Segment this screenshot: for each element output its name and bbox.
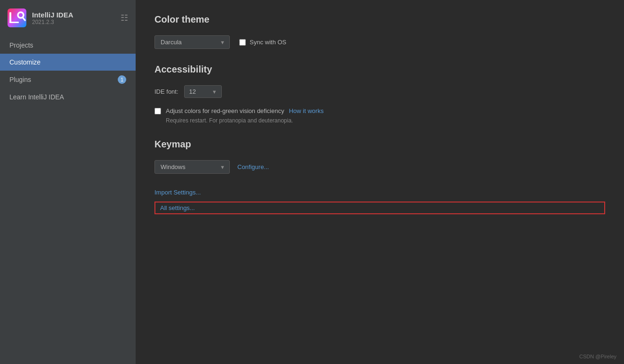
sync-with-os-checkbox[interactable] <box>239 39 246 46</box>
accessibility-section: Accessibility IDE font: 10 11 12 13 14 1… <box>154 64 605 124</box>
sidebar-item-label-plugins: Plugins <box>9 76 31 83</box>
keymap-dropdown[interactable]: Windows macOS Linux Default for GNOME <box>154 160 230 174</box>
svg-rect-2 <box>9 12 11 23</box>
sidebar-item-label-projects: Projects <box>9 41 33 49</box>
main-content: Color theme Darcula IntelliJ Light High … <box>136 0 624 364</box>
import-settings-link[interactable]: Import Settings... <box>154 189 605 196</box>
ide-font-label: IDE font: <box>154 88 178 95</box>
sync-with-os-row: Sync with OS <box>239 39 286 46</box>
sidebar-item-plugins[interactable]: Plugins 1 <box>0 71 136 89</box>
sync-with-os-label: Sync with OS <box>250 39 286 46</box>
keymap-dropdown-wrapper: Windows macOS Linux Default for GNOME ▼ <box>154 160 230 174</box>
sidebar-item-learn[interactable]: Learn IntelliJ IDEA <box>0 89 136 105</box>
color-theme-row: Darcula IntelliJ Light High contrast ▼ S… <box>154 35 605 49</box>
ide-font-row: IDE font: 10 11 12 13 14 16 18 ▼ <box>154 85 605 98</box>
ide-font-dropdown[interactable]: 10 11 12 13 14 16 18 <box>184 85 222 98</box>
sidebar-item-customize[interactable]: Customize <box>0 54 136 71</box>
keymap-section: Keymap Windows macOS Linux Default for G… <box>154 139 605 174</box>
keymap-title: Keymap <box>154 139 605 150</box>
all-settings-link[interactable]: All settings... <box>154 202 605 214</box>
links-section: Import Settings... All settings... <box>154 189 605 214</box>
plugins-badge: 1 <box>118 75 126 84</box>
color-adjust-label: Adjust colors for red-green vision defic… <box>166 107 284 114</box>
watermark: CSDN @Pireley <box>579 354 616 359</box>
keymap-row: Windows macOS Linux Default for GNOME ▼ … <box>154 160 605 174</box>
menu-icon[interactable]: ☷ <box>121 13 128 23</box>
app-info: IntelliJ IDEA 2021.2.3 <box>32 11 73 25</box>
ide-font-dropdown-wrapper: 10 11 12 13 14 16 18 ▼ <box>184 85 222 98</box>
color-theme-dropdown-wrapper: Darcula IntelliJ Light High contrast ▼ <box>154 35 230 49</box>
color-adjust-note: Requires restart. For protanopia and deu… <box>166 117 605 124</box>
app-version: 2021.2.3 <box>32 19 73 25</box>
sidebar: IntelliJ IDEA 2021.2.3 ☷ Projects Custom… <box>0 0 136 364</box>
app-header: IntelliJ IDEA 2021.2.3 ☷ <box>0 0 136 37</box>
sidebar-item-label-customize: Customize <box>9 58 41 66</box>
color-theme-title: Color theme <box>154 14 605 25</box>
app-logo <box>8 8 26 27</box>
color-adjust-checkbox[interactable] <box>154 108 161 114</box>
sidebar-item-projects[interactable]: Projects <box>0 37 136 54</box>
color-adjust-row: Adjust colors for red-green vision defic… <box>154 107 605 114</box>
color-theme-dropdown[interactable]: Darcula IntelliJ Light High contrast <box>154 35 230 49</box>
how-it-works-link[interactable]: How it works <box>289 107 324 114</box>
app-name: IntelliJ IDEA <box>32 11 73 19</box>
sidebar-item-label-learn: Learn IntelliJ IDEA <box>9 93 64 101</box>
configure-link[interactable]: Configure... <box>237 163 269 170</box>
accessibility-title: Accessibility <box>154 64 605 75</box>
